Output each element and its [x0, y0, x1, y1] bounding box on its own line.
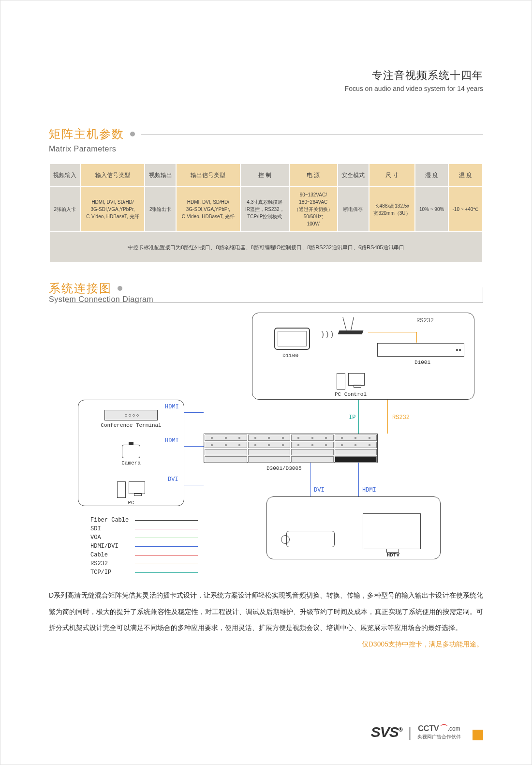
td-2: 2张输出卡 [145, 187, 176, 232]
wire-hdmi-1 [184, 412, 204, 413]
cctv-suffix: .com [448, 725, 460, 732]
section2-title-cn: 系统连接图 [49, 281, 112, 296]
cctv-sub: 央视网广告合作伙伴 [417, 734, 461, 740]
table-note-row: 中控卡标准配置接口为8路红外接口、8路弱继电器、8路可编程IO控制接口、8路RS… [49, 232, 483, 263]
matrix-label: D3001/D3005 [266, 465, 302, 471]
wire-rs232-v [387, 400, 388, 434]
connection-diagram: Conference Terminal Camera PC D1100 ))) … [49, 313, 483, 574]
matrix-device-icon [204, 434, 378, 463]
th-7: 尺 寸 [369, 164, 415, 187]
control-group-box: D1100 ))) D1001 PC Control [252, 313, 474, 400]
footer-square-icon [473, 730, 483, 740]
bullet-icon [130, 132, 135, 136]
params-table: 视频输入 输入信号类型 视频输出 输出信号类型 控 制 电 源 安全模式 尺 寸… [49, 163, 483, 263]
dvi-out-label: DVI [314, 487, 325, 494]
th-1: 输入信号类型 [81, 164, 145, 187]
hdmi-label-1: HDMI [165, 404, 179, 410]
legend-vga: VGA [90, 534, 131, 541]
th-3: 输出信号类型 [176, 164, 240, 187]
pc-icon [78, 481, 184, 498]
td-9: -10 ~ +40℃ [448, 187, 483, 232]
wire-rs232-top [368, 332, 416, 332]
td-3: HDMI, DVI, SD/HD/ 3G-SDI,VGA,YPbPr, C-Vi… [176, 187, 240, 232]
hdmi-line-icon [135, 546, 198, 547]
section1-title: 矩阵主机参数 [49, 126, 483, 142]
td-4: 4.3寸真彩触摸屏 IR遥控，RS232， TCP/IP控制模式 [240, 187, 289, 232]
cctv-logo: CCTV⌒.com [418, 723, 460, 734]
td-7: 长488x高132.5x 宽320mm（3U） [369, 187, 415, 232]
wire-dvi-1 [184, 485, 204, 485]
legend-sdi: SDI [90, 525, 131, 532]
section1-title-en: Matrix Parameters [49, 145, 483, 153]
source-group-box: Conference Terminal Camera PC [78, 400, 184, 506]
d1100-label: D1100 [282, 353, 298, 359]
cable-line-icon [135, 555, 198, 555]
hdtv-label: HDTV [387, 552, 399, 558]
svs-text: SVS [371, 724, 399, 740]
cctv-block: CCTV⌒.com 央视网广告合作伙伴 [417, 723, 461, 740]
camera-icon [122, 445, 140, 458]
fiber-line-icon [135, 520, 198, 521]
highlight-note: 仅D3005支持中控卡，满足多功能用途。 [49, 640, 483, 649]
wire-ip-v [358, 400, 359, 434]
pc-control-device: PC Control [335, 367, 367, 397]
section1-title-cn: 矩阵主机参数 [49, 126, 124, 142]
svs-logo: SVS® [371, 724, 402, 740]
bullet-icon [118, 286, 122, 291]
hdmi-label-2: HDMI [165, 437, 179, 444]
conference-terminal-device: Conference Terminal [78, 410, 184, 428]
legend-hdmi: HDMI/DVI [90, 543, 131, 550]
arc-icon: ⌒ [440, 723, 448, 734]
legend-rs232: RS232 [90, 560, 131, 567]
legend-fiber: Fiber Cable [90, 517, 131, 524]
td-5: 90~132VAC/ 180~264VAC （通过开关切换） 50/60Hz; … [289, 187, 338, 232]
td-1: HDMI, DVI, SD/HD/ 3G-SDI,VGA,YPbPr, C-Vi… [81, 187, 145, 232]
th-9: 温 度 [448, 164, 483, 187]
th-0: 视频输入 [49, 164, 81, 187]
tcpip-line-icon [135, 572, 198, 573]
dvi-label-1: DVI [168, 476, 178, 483]
footer: SVS® | CCTV⌒.com 央视网广告合作伙伴 [371, 723, 483, 740]
sdi-line-icon [135, 529, 198, 529]
rs232-label-mid: RS232 [392, 414, 410, 421]
legend: Fiber Cable SDI VGA HDMI/DVI Cable RS232… [90, 516, 198, 577]
vga-line-icon [135, 538, 198, 538]
wire-hdmi-out [358, 463, 359, 496]
td-0: 2张输入卡 [49, 187, 81, 232]
pc-label: PC [78, 500, 184, 506]
conference-terminal-label: Conference Terminal [78, 422, 184, 428]
conference-terminal-icon [104, 410, 158, 420]
th-8: 湿 度 [415, 164, 448, 187]
header-en: Focus on audio and video system for 14 y… [345, 85, 483, 92]
antenna-icon [339, 322, 363, 334]
wire-hdmi-2 [184, 446, 204, 447]
tablet-icon [274, 328, 310, 350]
table-row: 2张输入卡 HDMI, DVI, SD/HD/ 3G-SDI,VGA,YPbPr… [49, 187, 483, 232]
rule-line [141, 134, 483, 135]
footer-divider: | [408, 725, 412, 740]
rs232-line-icon [135, 564, 198, 564]
hdmi-out-label: HDMI [362, 487, 376, 494]
th-5: 电 源 [289, 164, 338, 187]
display-group-box: HDTV [266, 496, 441, 559]
section2-title-en: System Connection Diagram [49, 295, 483, 304]
pc-control-label: PC Control [335, 391, 367, 397]
header-cn: 专注音视频系统十四年 [345, 68, 483, 83]
table-header-row: 视频输入 输入信号类型 视频输出 输出信号类型 控 制 电 源 安全模式 尺 寸… [49, 164, 483, 187]
th-2: 视频输出 [145, 164, 176, 187]
body-paragraph: D系列高清无缝混合矩阵凭借其灵活的插卡式设计，让系统方案设计师轻松实现视音频切换… [49, 587, 483, 636]
table-note: 中控卡标准配置接口为8路红外接口、8路弱继电器、8路可编程IO控制接口、8路RS… [49, 232, 483, 263]
reg-mark: ® [399, 726, 402, 733]
rs232-label-top: RS232 [416, 317, 434, 324]
d1001-icon [377, 343, 464, 357]
th-4: 控 制 [240, 164, 289, 187]
hdtv-icon [363, 513, 421, 549]
legend-tcpip: TCP/IP [90, 569, 131, 576]
projector-icon [286, 531, 335, 547]
td-8: 10% ~ 90% [415, 187, 448, 232]
th-6: 安全模式 [338, 164, 369, 187]
ip-label: IP [349, 414, 355, 421]
wire-rs232-top-v [416, 332, 417, 343]
td-6: 断电保存 [338, 187, 369, 232]
d1001-label: D1001 [414, 360, 430, 365]
